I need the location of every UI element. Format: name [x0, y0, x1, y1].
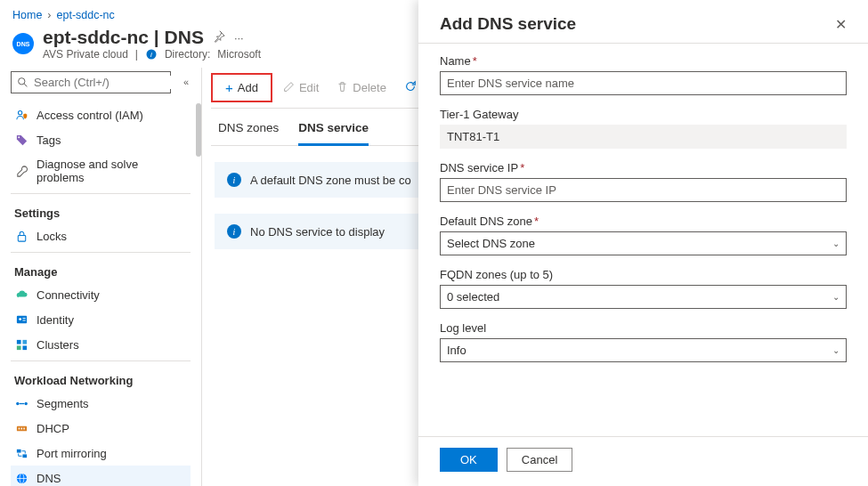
cancel-button[interactable]: Cancel	[507, 448, 572, 472]
pencil-icon	[283, 81, 295, 95]
default-zone-select[interactable]: Select DNS zone ⌄	[440, 231, 847, 255]
svg-rect-9	[22, 318, 25, 319]
svg-rect-23	[22, 454, 27, 458]
section-manage: Manage	[11, 256, 191, 282]
svg-rect-19	[18, 427, 19, 429]
sidebar-item-label: Clusters	[37, 338, 79, 352]
chevron-down-icon: ⌄	[832, 345, 840, 355]
info-icon: i	[227, 224, 241, 239]
sidebar-item-label: Access control (IAM)	[37, 109, 143, 122]
breadcrumb-home[interactable]: Home	[12, 9, 42, 21]
delete-button[interactable]: Delete	[329, 77, 393, 99]
log-select[interactable]: Info ⌄	[440, 338, 847, 362]
directory-label: Directory:	[165, 48, 210, 61]
banner-text: No DNS service to display	[250, 225, 385, 239]
edit-button[interactable]: Edit	[276, 77, 326, 99]
banner-text: A default DNS zone must be co	[250, 174, 411, 187]
port-mirroring-icon	[14, 446, 28, 460]
add-label: Add	[238, 81, 258, 94]
directory-value: Microsoft	[217, 48, 261, 61]
sidebar-item-clusters[interactable]: Clusters	[11, 332, 191, 357]
sidebar-item-identity[interactable]: Identity	[11, 307, 191, 332]
delete-label: Delete	[353, 81, 386, 94]
divider	[11, 360, 191, 361]
svg-rect-14	[22, 345, 27, 350]
sidebar-item-diagnose[interactable]: Diagnose and solve problems	[11, 152, 191, 190]
search-icon	[17, 77, 28, 89]
plus-icon: +	[225, 80, 233, 95]
tag-icon	[14, 133, 28, 147]
identity-icon	[14, 312, 28, 327]
dhcp-icon	[14, 421, 28, 435]
select-value: 0 selected	[447, 290, 499, 304]
divider	[11, 252, 191, 253]
svg-rect-21	[23, 427, 24, 429]
svg-point-5	[18, 136, 20, 138]
svg-line-3	[24, 84, 27, 86]
more-icon[interactable]: ···	[234, 31, 244, 45]
svg-text:i: i	[150, 51, 152, 59]
sidebar-item-port-mirroring[interactable]: Port mirroring	[11, 441, 191, 466]
page-title: ept-sddc-nc | DNS	[43, 27, 204, 48]
search-input[interactable]	[34, 76, 183, 89]
tab-dns-service[interactable]: DNS service	[298, 121, 369, 146]
breadcrumb-resource[interactable]: ept-sddc-nc	[57, 9, 115, 21]
sidebar-item-locks[interactable]: Locks	[11, 223, 191, 248]
sidebar-item-tags[interactable]: Tags	[11, 127, 191, 152]
ip-label: DNS service IP*	[440, 161, 847, 174]
log-label: Log level	[440, 321, 847, 335]
name-input[interactable]	[440, 71, 847, 95]
clusters-icon	[14, 337, 28, 352]
sidebar-item-access-control[interactable]: Access control (IAM)	[11, 102, 191, 127]
svg-point-8	[19, 318, 21, 320]
close-icon[interactable]: ✕	[835, 16, 847, 33]
sidebar-item-label: Segments	[37, 397, 89, 410]
add-button[interactable]: + Add	[218, 77, 265, 99]
collapse-toggle-icon[interactable]: «	[183, 77, 189, 87]
highlight-box: + Add	[211, 73, 272, 102]
fqdn-select[interactable]: 0 selected ⌄	[440, 285, 847, 309]
person-icon	[14, 108, 28, 122]
sidebar-item-label: Identity	[37, 313, 74, 327]
section-settings: Settings	[11, 198, 191, 223]
resource-icon: DNS	[12, 33, 34, 54]
divider	[418, 43, 868, 44]
fqdn-label: FQDN zones (up to 5)	[440, 268, 847, 281]
tier1-label: Tier-1 Gateway	[440, 108, 847, 121]
section-workload: Workload Networking	[11, 365, 191, 391]
default-zone-label: Default DNS zone*	[440, 215, 847, 228]
tab-dns-zones[interactable]: DNS zones	[218, 121, 279, 145]
svg-rect-20	[20, 427, 21, 429]
edit-label: Edit	[299, 81, 319, 94]
resource-type: AVS Private cloud	[43, 48, 128, 61]
ip-input[interactable]	[440, 178, 847, 202]
search-input-wrapper[interactable]	[11, 71, 171, 93]
pin-icon[interactable]	[213, 30, 225, 45]
sidebar-item-dhcp[interactable]: DHCP	[11, 416, 191, 441]
svg-point-16	[24, 401, 27, 404]
scrollbar-handle[interactable]	[196, 103, 201, 157]
lock-icon	[14, 229, 28, 243]
tier1-value: TNT81-T1	[440, 125, 847, 149]
add-dns-service-panel: Add DNS service ✕ Name* Tier-1 Gateway T…	[418, 0, 868, 486]
separator: |	[135, 48, 138, 61]
chevron-down-icon: ⌄	[832, 292, 840, 302]
sidebar-item-label: DNS	[37, 472, 61, 485]
svg-rect-11	[16, 339, 20, 344]
svg-rect-13	[16, 345, 20, 350]
sidebar-item-label: Port mirroring	[37, 447, 107, 460]
svg-rect-22	[16, 449, 20, 452]
directory-info-icon: i	[145, 48, 158, 61]
select-value: Info	[447, 344, 466, 357]
sidebar-item-segments[interactable]: Segments	[11, 391, 191, 416]
ok-button[interactable]: OK	[440, 448, 498, 472]
sidebar: « Access control (IAM) Tags Diagnose and…	[0, 68, 201, 486]
sidebar-item-dns[interactable]: DNS	[11, 466, 191, 486]
svg-rect-7	[16, 315, 26, 322]
svg-point-4	[18, 110, 21, 114]
name-label: Name*	[440, 54, 847, 68]
svg-point-2	[19, 78, 25, 85]
panel-title: Add DNS service	[440, 14, 576, 34]
sidebar-item-connectivity[interactable]: Connectivity	[11, 282, 191, 307]
breadcrumb-separator: ›	[47, 9, 51, 21]
